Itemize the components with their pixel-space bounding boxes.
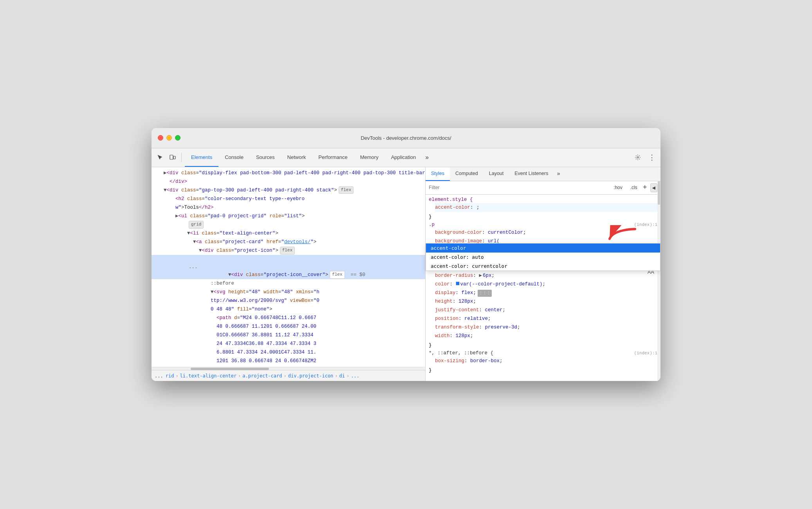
svg-rect-0 xyxy=(170,155,173,159)
flex-badge[interactable]: ⋮⋮⋮ xyxy=(478,290,492,297)
tab-elements[interactable]: Elements xyxy=(185,148,218,167)
breadcrumb-rid[interactable]: rid xyxy=(166,373,174,379)
maximize-button[interactable] xyxy=(175,135,180,141)
dom-line: <path d="M24 0.666748C11.12 0.6667 xyxy=(152,314,425,322)
dom-line: ▼<div class="project-icon">flex xyxy=(152,246,425,255)
css-prop-line: color : var(--color-project-default) ; xyxy=(435,280,657,289)
dom-line: <h2 class="color-secondary-text type--ey… xyxy=(152,195,425,203)
device-toolbar-icon[interactable] xyxy=(167,152,178,163)
more-options-button[interactable]: ⋮ xyxy=(646,152,657,163)
devtools-window: DevTools - developer.chrome.com/docs/ El… xyxy=(152,128,660,381)
styles-panel: Styles Computed Layout Event Listeners »… xyxy=(426,167,660,381)
sub-tab-computed[interactable]: Computed xyxy=(450,167,484,181)
close-button[interactable] xyxy=(158,135,163,141)
color-swatch[interactable] xyxy=(456,282,460,285)
dom-line: ▶<ul class="pad-0 project-grid" role="li… xyxy=(152,212,425,220)
dom-line: 1201 36.88 0.666748 24 0.666748ZM2 xyxy=(152,357,425,365)
dom-line: ▶<div class="display-flex pad-bottom-300… xyxy=(152,169,425,177)
dom-line: 24 47.3334C36.88 47.3334 47.3334 3 xyxy=(152,339,425,348)
dom-line: grid xyxy=(152,220,425,229)
universal-rule-block: *, ::after, ::before { (index):1 box-siz… xyxy=(426,350,660,374)
svg-rect-1 xyxy=(173,156,175,159)
dom-line: ::before xyxy=(152,279,425,288)
breadcrumb-dots: ... xyxy=(155,373,163,379)
dom-dots[interactable]: ... xyxy=(187,264,199,270)
sub-tab-layout[interactable]: Layout xyxy=(484,167,509,181)
cls-button[interactable]: .cls xyxy=(628,184,640,191)
dom-panel: ▶<div class="display-flex pad-bottom-300… xyxy=(152,167,426,381)
window-title: DevTools - developer.chrome.com/docs/ xyxy=(361,135,451,141)
breadcrumb-div-icon[interactable]: div.project-icon xyxy=(288,373,334,379)
css-prop-line: height : 128px ; xyxy=(435,297,657,306)
css-prop-line: box-sizing : border-box ; xyxy=(435,357,657,365)
add-style-button[interactable]: + xyxy=(643,184,647,191)
css-editing-line[interactable]: accent-color : ; xyxy=(435,203,657,212)
dom-line: w">Tools</h2> xyxy=(152,203,425,212)
tab-bar: Elements Console Sources Network Perform… xyxy=(185,148,631,167)
sub-tab-event-listeners[interactable]: Event Listeners xyxy=(509,167,554,181)
more-tabs-button[interactable]: » xyxy=(422,148,432,167)
css-prop-line: transform-style : preserve-3d ; xyxy=(435,323,657,332)
universal-rule-source[interactable]: (index):1 xyxy=(634,351,657,356)
universal-rule-close: } xyxy=(426,367,660,374)
breadcrumb-di[interactable]: di xyxy=(339,373,345,379)
element-style-block: element.style { accent-color : ; } xyxy=(426,196,660,220)
dom-line: ttp://www.w3.org/2000/svg" viewBox="0 xyxy=(152,296,425,305)
dom-scrollbar[interactable] xyxy=(152,367,425,370)
dom-line: ▼<svg height="48" width="48" xmlns="h xyxy=(152,288,425,296)
svg-point-2 xyxy=(637,157,639,158)
css-prop-line: width : 128px ; xyxy=(435,332,657,340)
css-prop-line: background-color : currentColor ; xyxy=(435,228,657,237)
rule-source[interactable]: (index):1 xyxy=(634,222,657,227)
autocomplete-item-accent-auto[interactable]: accent-color: auto xyxy=(426,253,660,262)
dom-line: ▼<div class="gap-top-300 pad-left-400 pa… xyxy=(152,186,425,195)
dom-line: 0 48 48" fill="none"> xyxy=(152,305,425,314)
dom-line: 01C0.666687 36.8801 11.12 47.3334 xyxy=(152,331,425,339)
css-prop-line: display : flex ; ⋮⋮⋮ xyxy=(435,289,657,297)
styles-scrollbar-thumb[interactable] xyxy=(658,181,660,205)
dom-line: 48 0.666687 11.1201 0.666687 24.00 xyxy=(152,322,425,331)
element-style-close: } xyxy=(426,213,660,220)
collapse-pane-button[interactable]: ◀ xyxy=(650,183,657,192)
dom-line: ▼<li class="text-align-center"> xyxy=(152,229,425,238)
minimize-button[interactable] xyxy=(166,135,172,141)
breadcrumb-li[interactable]: li.text-align-center xyxy=(180,373,237,379)
universal-rule-selector[interactable]: *, ::after, ::before { (index):1 xyxy=(426,350,660,357)
dom-line: ▼<a class="project-card" href="devtools/… xyxy=(152,238,425,246)
sub-tab-styles[interactable]: Styles xyxy=(426,167,450,181)
styles-content[interactable]: element.style { accent-color : ; } xyxy=(426,195,660,381)
element-style-selector[interactable]: element.style { xyxy=(426,196,660,203)
tab-console[interactable]: Console xyxy=(218,148,250,167)
filter-bar: :hov .cls + ◀ xyxy=(426,181,660,195)
autocomplete-item-accent-currentcolor[interactable]: accent-color: currentcolor xyxy=(426,262,660,271)
filter-input[interactable] xyxy=(429,185,608,190)
breadcrumb-a[interactable]: a.project-card xyxy=(242,373,282,379)
computed-rule-block: .p (index):1 background-color : currentC… xyxy=(426,221,660,349)
element-style-body: accent-color : ; xyxy=(426,203,660,213)
css-prop-line: border-radius : ▶ 6px ; xyxy=(435,271,657,280)
dom-line: 6.8801 47.3334 24.0001C47.3334 11. xyxy=(152,348,425,357)
tab-memory[interactable]: Memory xyxy=(354,148,385,167)
breadcrumb: ... rid › li.text-align-center › a.proje… xyxy=(152,370,425,381)
title-bar: DevTools - developer.chrome.com/docs/ xyxy=(152,128,660,148)
css-prop-line: position : relative ; xyxy=(435,314,657,323)
autocomplete-dropdown: accent-color accent-color: auto accent-c… xyxy=(426,243,660,271)
tab-performance[interactable]: Performance xyxy=(312,148,354,167)
dom-scrollbar-thumb[interactable] xyxy=(191,368,269,370)
main-content: ▶<div class="display-flex pad-bottom-300… xyxy=(152,167,660,381)
hov-button[interactable]: :hov xyxy=(611,184,625,191)
element-picker-icon[interactable] xyxy=(155,152,166,163)
autocomplete-item-accent-color[interactable]: accent-color xyxy=(426,244,660,253)
computed-rule-selector[interactable]: .p (index):1 xyxy=(426,221,660,228)
tab-sources[interactable]: Sources xyxy=(250,148,281,167)
styles-scrollbar[interactable] xyxy=(657,181,660,381)
breadcrumb-more[interactable]: ... xyxy=(351,373,359,379)
sub-tab-more[interactable]: » xyxy=(554,167,563,181)
traffic-lights xyxy=(158,135,180,141)
universal-rule-body: box-sizing : border-box ; xyxy=(426,357,660,367)
dom-line-selected[interactable]: ... ▼<div class="project-icon__cover">fl… xyxy=(152,255,425,279)
dom-tree[interactable]: ▶<div class="display-flex pad-bottom-300… xyxy=(152,167,425,367)
settings-button[interactable] xyxy=(632,152,643,163)
tab-application[interactable]: Application xyxy=(385,148,422,167)
tab-network[interactable]: Network xyxy=(281,148,312,167)
